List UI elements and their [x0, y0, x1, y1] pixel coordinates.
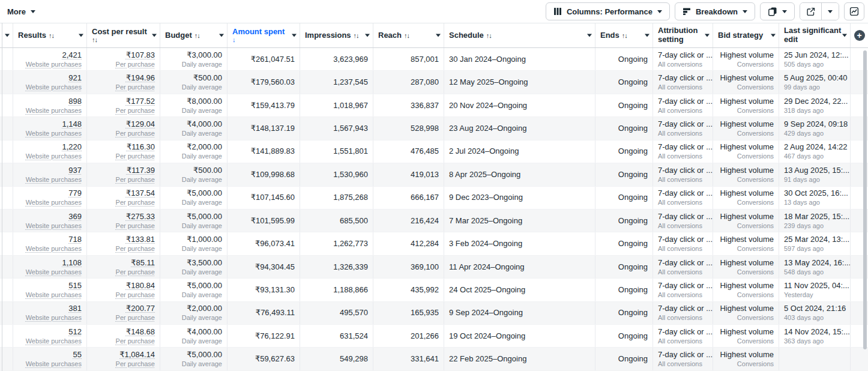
table-row[interactable]: 381 Website purchases ₹200.77 Per purcha…	[0, 302, 868, 325]
export-options-button[interactable]	[822, 3, 839, 20]
table-row[interactable]: 718 Website purchases ₹133.81 Per purcha…	[0, 232, 868, 255]
cost-per-result-sublabel[interactable]: Per purchase	[116, 152, 155, 160]
add-column-icon[interactable]: +	[854, 30, 865, 41]
column-header-budget[interactable]: Budget ↑↓	[160, 23, 228, 47]
cost-per-result-sublabel[interactable]: Per purchase	[116, 314, 155, 322]
table-row[interactable]: 898 Website purchases ₹177.52 Per purcha…	[0, 94, 868, 117]
cost-per-result-value[interactable]: ₹148.68	[126, 327, 155, 337]
column-header-reach[interactable]: Reach ↑↓	[373, 23, 444, 47]
chevron-down-icon[interactable]	[219, 34, 224, 37]
cost-per-result-value[interactable]: ₹275.33	[126, 212, 155, 222]
cost-per-result-value[interactable]: ₹116.30	[127, 142, 155, 152]
results-sublabel[interactable]: Website purchases	[26, 107, 82, 115]
column-header-bid-strategy[interactable]: Bid strategy	[713, 23, 779, 47]
results-value[interactable]: 512	[68, 327, 82, 337]
chevron-down-icon[interactable]	[587, 34, 592, 37]
results-sublabel[interactable]: Website purchases	[26, 152, 82, 160]
results-value[interactable]: 381	[68, 304, 82, 313]
cost-per-result-value[interactable]: ₹180.84	[126, 281, 155, 291]
results-value[interactable]: 779	[68, 189, 82, 198]
cost-per-result-value[interactable]: ₹177.52	[126, 97, 155, 106]
results-value[interactable]: 55	[73, 350, 82, 360]
cost-per-result-sublabel[interactable]: Per purchase	[116, 176, 155, 184]
cost-per-result-value[interactable]: ₹107.83	[126, 50, 155, 60]
cost-per-result-value[interactable]: ₹200.77	[126, 304, 155, 313]
cost-per-result-value[interactable]: ₹133.81	[126, 235, 155, 244]
cost-per-result-sublabel[interactable]: Per purchase	[116, 245, 155, 253]
cost-per-result-sublabel[interactable]: Per purchase	[116, 291, 155, 299]
cost-per-result-value[interactable]: ₹194.96	[126, 73, 155, 83]
cost-per-result-sublabel[interactable]: Per purchase	[116, 61, 155, 68]
cost-per-result-value[interactable]: ₹129.04	[126, 119, 155, 129]
results-value[interactable]: 2,421	[62, 50, 82, 60]
table-row[interactable]: 1,108 Website purchases ₹85.11 Per purch…	[0, 256, 868, 279]
cost-per-result-sublabel[interactable]: Per purchase	[116, 360, 155, 368]
chevron-down-icon[interactable]	[645, 34, 649, 37]
cost-per-result-sublabel[interactable]: Per purchase	[116, 130, 155, 137]
results-sublabel[interactable]: Website purchases	[26, 130, 82, 137]
results-sublabel[interactable]: Website purchases	[26, 268, 82, 276]
column-header-schedule[interactable]: Schedule ↑↓	[444, 23, 595, 47]
table-row[interactable]: 2,421 Website purchases ₹107.83 Per purc…	[0, 48, 868, 71]
cost-per-result-value[interactable]: ₹117.39	[127, 166, 155, 175]
chevron-down-icon[interactable]	[292, 34, 297, 37]
results-sublabel[interactable]: Website purchases	[26, 61, 82, 68]
results-value[interactable]: 921	[68, 73, 82, 83]
results-value[interactable]: 1,220	[62, 142, 82, 152]
chevron-down-icon[interactable]	[436, 34, 441, 37]
chevron-down-icon[interactable]	[842, 34, 847, 37]
results-value[interactable]: 718	[68, 235, 82, 244]
more-button[interactable]: More	[6, 5, 37, 19]
results-sublabel[interactable]: Website purchases	[26, 360, 82, 368]
table-row[interactable]: 512 Website purchases ₹148.68 Per purcha…	[0, 325, 868, 348]
cost-per-result-value[interactable]: ₹1,084.14	[119, 350, 155, 360]
column-header-results[interactable]: Results ↑↓	[13, 23, 87, 47]
column-header-cost-per-result[interactable]: Cost per result ↑↓	[87, 23, 160, 47]
cost-per-result-sublabel[interactable]: Per purchase	[116, 199, 155, 207]
results-value[interactable]: 1,108	[62, 258, 82, 268]
chevron-down-icon[interactable]	[705, 34, 710, 37]
breakdown-button[interactable]: Breakdown	[675, 2, 755, 20]
add-column-header[interactable]: +	[851, 23, 868, 47]
results-value[interactable]: 1,148	[62, 119, 82, 129]
cost-per-result-sublabel[interactable]: Per purchase	[116, 222, 155, 230]
column-header-attribution-setting[interactable]: Attribution setting	[653, 23, 713, 47]
results-value[interactable]: 515	[68, 281, 82, 291]
chevron-down-icon[interactable]	[152, 34, 157, 37]
chevron-down-icon[interactable]	[79, 34, 83, 37]
results-value[interactable]: 369	[68, 212, 82, 222]
results-sublabel[interactable]: Website purchases	[26, 83, 82, 91]
column-header-amount-spent[interactable]: Amount spent ↓	[228, 23, 300, 47]
chevron-down-icon[interactable]	[365, 34, 370, 37]
reports-button[interactable]	[760, 2, 795, 20]
cost-per-result-value[interactable]: ₹85.11	[131, 258, 155, 268]
results-sublabel[interactable]: Website purchases	[26, 337, 82, 345]
cost-per-result-sublabel[interactable]: Per purchase	[116, 83, 155, 91]
chevron-down-icon[interactable]	[771, 34, 776, 37]
cost-per-result-sublabel[interactable]: Per purchase	[116, 337, 155, 345]
column-header-impressions[interactable]: Impressions ↑↓	[300, 23, 373, 47]
results-sublabel[interactable]: Website purchases	[26, 314, 82, 322]
table-row[interactable]: 779 Website purchases ₹137.54 Per purcha…	[0, 187, 868, 210]
charts-button[interactable]	[844, 2, 864, 20]
cost-per-result-sublabel[interactable]: Per purchase	[116, 107, 155, 115]
table-row[interactable]: 369 Website purchases ₹275.33 Per purcha…	[0, 210, 868, 232]
results-sublabel[interactable]: Website purchases	[26, 199, 82, 207]
column-header-ends[interactable]: Ends ↑↓	[595, 23, 653, 47]
table-row[interactable]: 1,220 Website purchases ₹116.30 Per purc…	[0, 140, 868, 163]
table-row[interactable]: 515 Website purchases ₹180.84 Per purcha…	[0, 279, 868, 301]
chevron-down-icon[interactable]	[5, 34, 10, 37]
columns-button[interactable]: Columns: Performance	[546, 2, 670, 20]
cost-per-result-sublabel[interactable]: Per purchase	[116, 268, 155, 276]
results-sublabel[interactable]: Website purchases	[26, 245, 82, 253]
column-header-last-significant-edit[interactable]: Last significant edit	[779, 23, 851, 47]
results-sublabel[interactable]: Website purchases	[26, 176, 82, 184]
table-row[interactable]: 55 Website purchases ₹1,084.14 Per purch…	[0, 348, 868, 370]
results-sublabel[interactable]: Website purchases	[26, 222, 82, 230]
table-row[interactable]: 937 Website purchases ₹117.39 Per purcha…	[0, 163, 868, 186]
table-row[interactable]: 1,148 Website purchases ₹129.04 Per purc…	[0, 117, 868, 140]
table-row[interactable]: 921 Website purchases ₹194.96 Per purcha…	[0, 71, 868, 94]
results-value[interactable]: 898	[68, 97, 82, 106]
vertical-scrollbar[interactable]	[863, 50, 867, 349]
results-sublabel[interactable]: Website purchases	[26, 291, 82, 299]
